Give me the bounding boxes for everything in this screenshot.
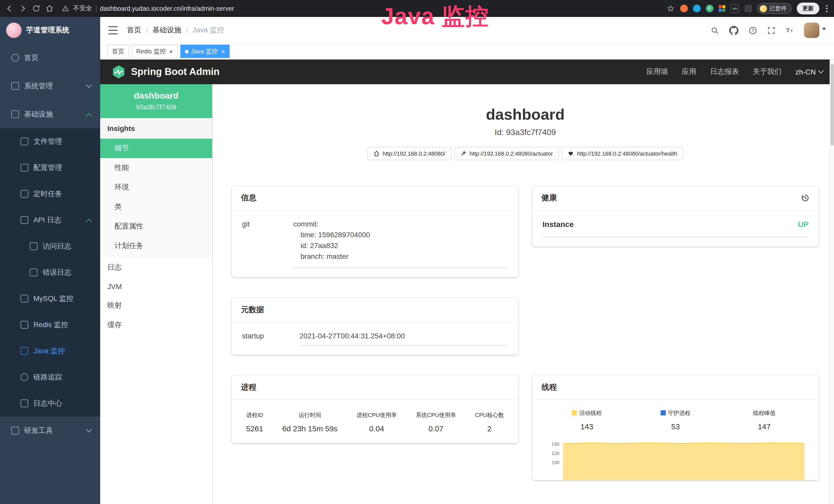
forward-icon[interactable] bbox=[19, 4, 27, 13]
menu-item-classes[interactable]: 类 bbox=[100, 197, 212, 217]
sba-nav-wallboard[interactable]: 应用墙 bbox=[646, 67, 668, 76]
back-icon[interactable] bbox=[5, 4, 14, 13]
tab-label: Redis 监控 bbox=[136, 47, 166, 56]
profile-paused-badge[interactable]: 已暂停 bbox=[757, 3, 792, 14]
user-avatar[interactable] bbox=[804, 23, 819, 38]
paused-label: 已暂停 bbox=[770, 5, 787, 12]
legend-swatch-yellow bbox=[572, 410, 577, 415]
tab-redis-monitor[interactable]: Redis 监控 × bbox=[132, 45, 177, 58]
sidebar-item-mysql-monitor[interactable]: MySQL 监控 bbox=[0, 285, 100, 312]
home-icon[interactable] bbox=[45, 4, 54, 13]
sidebar-item-log-center[interactable]: 日志中心 bbox=[0, 390, 100, 416]
extension-icon-6[interactable] bbox=[744, 5, 752, 12]
update-button[interactable]: 更新 bbox=[797, 3, 819, 15]
link-label: http://192.168.0.2:48080/actuator bbox=[469, 151, 553, 157]
sidebar-toggle-icon[interactable] bbox=[108, 26, 118, 34]
sidebar-item-access-logs[interactable]: 访问日志 bbox=[0, 233, 100, 259]
screenshot-root: 不安全 dashboard.yudao.iocoder.cn/infra/adm… bbox=[0, 0, 834, 504]
sidebar-item-redis-monitor[interactable]: Redis 监控 bbox=[0, 312, 100, 338]
menu-item-jvm[interactable]: JVM bbox=[100, 277, 212, 296]
menu-item-config-props[interactable]: 配置属性 bbox=[100, 217, 212, 236]
menu-item-logs[interactable]: 日志 bbox=[100, 258, 212, 277]
extension-icon-3[interactable]: V bbox=[706, 5, 713, 12]
sidebar-item-java-monitor[interactable]: Java 监控 bbox=[0, 338, 100, 364]
redis-icon bbox=[21, 321, 28, 329]
browser-menu-icon[interactable] bbox=[825, 5, 829, 12]
extension-icon-on[interactable]: on bbox=[730, 4, 739, 13]
sidebar-item-file-mgmt[interactable]: 文件管理 bbox=[0, 129, 100, 155]
sidebar-item-scheduled-jobs[interactable]: 定时任务 bbox=[0, 181, 100, 207]
sba-brand[interactable]: Spring Boot Admin bbox=[111, 65, 220, 79]
sidebar-item-api-logs[interactable]: API 日志 bbox=[0, 207, 100, 233]
sidebar-item-system-mgmt[interactable]: 系统管理 bbox=[0, 72, 100, 100]
sidebar-item-error-logs[interactable]: 错误日志 bbox=[0, 259, 100, 285]
chevron-down-icon bbox=[86, 426, 92, 432]
refresh-icon[interactable] bbox=[32, 4, 41, 13]
sidebar-item-tracing[interactable]: 链路追踪 bbox=[0, 364, 100, 390]
menu-item-mappings[interactable]: 映射 bbox=[100, 296, 212, 315]
stat-label: 进程ID bbox=[246, 411, 263, 419]
sidebar-item-infrastructure[interactable]: 基础设施 bbox=[0, 100, 100, 129]
help-icon[interactable]: ? bbox=[748, 26, 757, 35]
stat-value: 6d 23h 15m 59s bbox=[282, 424, 337, 433]
breadcrumb-separator: / bbox=[186, 26, 188, 35]
sidebar-item-dev-tools[interactable]: 研发工具 bbox=[0, 416, 100, 445]
menu-item-details[interactable]: 细节 bbox=[100, 139, 212, 158]
search-icon[interactable] bbox=[710, 26, 719, 35]
process-col-cpu: 进程CPU使用率 0.04 bbox=[356, 411, 397, 433]
tab-java-monitor[interactable]: Java 监控 × bbox=[180, 45, 229, 58]
fullscreen-icon[interactable] bbox=[767, 26, 776, 35]
sidebar-item-label: 文件管理 bbox=[34, 137, 62, 146]
health-url-link[interactable]: http://192.168.0.2:48080/actuator/health bbox=[562, 147, 683, 160]
health-card: 健康 Instance UP bbox=[532, 186, 819, 247]
menu-item-scheduled-tasks[interactable]: 计划任务 bbox=[100, 236, 212, 256]
close-icon[interactable]: × bbox=[169, 48, 173, 55]
metadata-card: 元数据 startup 2021-04-27T00:44:31.254+08:0… bbox=[232, 298, 518, 355]
legend-value: 147 bbox=[720, 422, 809, 431]
breadcrumb-home[interactable]: 首页 bbox=[127, 26, 141, 35]
sba-language-select[interactable]: zh-CN bbox=[795, 68, 823, 76]
tab-home[interactable]: 首页 bbox=[107, 45, 129, 58]
sba-nav: 应用墙 应用 日志报表 关于我们 zh-CN bbox=[646, 67, 823, 76]
sba-nav-about[interactable]: 关于我们 bbox=[753, 67, 782, 76]
page-instance-id: Id: 93a3fc7f7409 bbox=[232, 128, 819, 137]
sba-nav-journal[interactable]: 日志报表 bbox=[710, 67, 739, 76]
service-url-link[interactable]: http://192.168.0.2:48080/ bbox=[367, 147, 452, 160]
link-label: http://192.168.0.2:48080/actuator/health bbox=[577, 151, 677, 157]
sidebar-item-config-mgmt[interactable]: 配置管理 bbox=[0, 155, 100, 181]
heartbeat-icon bbox=[568, 151, 574, 157]
sidebar-item-label: Java 监控 bbox=[34, 346, 65, 356]
actuator-url-link[interactable]: http://192.168.0.2:48080/actuator bbox=[454, 147, 559, 160]
address-field[interactable]: 不安全 dashboard.yudao.iocoder.cn/infra/adm… bbox=[62, 4, 234, 13]
extension-icon-2[interactable] bbox=[693, 5, 700, 12]
app-logo[interactable]: 芋道管理系统 bbox=[0, 17, 100, 44]
info-value: commit: time: 1596289704000 id: 27aa832 … bbox=[293, 220, 508, 268]
live-threads-area bbox=[563, 443, 805, 480]
menu-item-metrics[interactable]: 性能 bbox=[100, 158, 212, 178]
extension-icon-4[interactable] bbox=[719, 5, 725, 12]
warning-icon bbox=[62, 5, 69, 12]
extension-icon-1[interactable] bbox=[680, 5, 687, 12]
history-icon[interactable] bbox=[801, 193, 810, 202]
detail-cards: 信息 git commit: time: 1596289704000 id: 2… bbox=[232, 186, 819, 480]
menu-item-environment[interactable]: 环境 bbox=[100, 178, 212, 197]
breadcrumb: 首页 / 基础设施 / Java 监控 bbox=[127, 26, 224, 35]
stat-value: 2 bbox=[475, 424, 504, 433]
sba-nav-applications[interactable]: 应用 bbox=[682, 67, 696, 76]
process-col-uptime: 运行时间 6d 23h 15m 59s bbox=[282, 411, 337, 433]
bookmark-star-icon[interactable] bbox=[666, 4, 675, 13]
caret-down-icon[interactable] bbox=[822, 28, 826, 30]
git-id-line: id: 27aa832 bbox=[301, 241, 508, 250]
link-label: http://192.168.0.2:48080/ bbox=[382, 151, 445, 157]
ytick-100: 100 bbox=[552, 460, 559, 465]
scrollbar-thumb[interactable] bbox=[831, 64, 834, 146]
sidebar-item-home[interactable]: 首页 bbox=[0, 44, 100, 72]
menu-item-caches[interactable]: 缓存 bbox=[100, 315, 212, 335]
dashboard-icon bbox=[11, 54, 19, 62]
instance-id: 93a3fc7f7409 bbox=[105, 103, 207, 111]
close-icon[interactable]: × bbox=[221, 48, 225, 55]
breadcrumb-infrastructure[interactable]: 基础设施 bbox=[153, 26, 181, 35]
instance-header[interactable]: dashboard 93a3fc7f7409 bbox=[100, 84, 212, 118]
github-icon[interactable] bbox=[729, 25, 739, 35]
font-size-icon[interactable]: TT bbox=[786, 26, 794, 35]
